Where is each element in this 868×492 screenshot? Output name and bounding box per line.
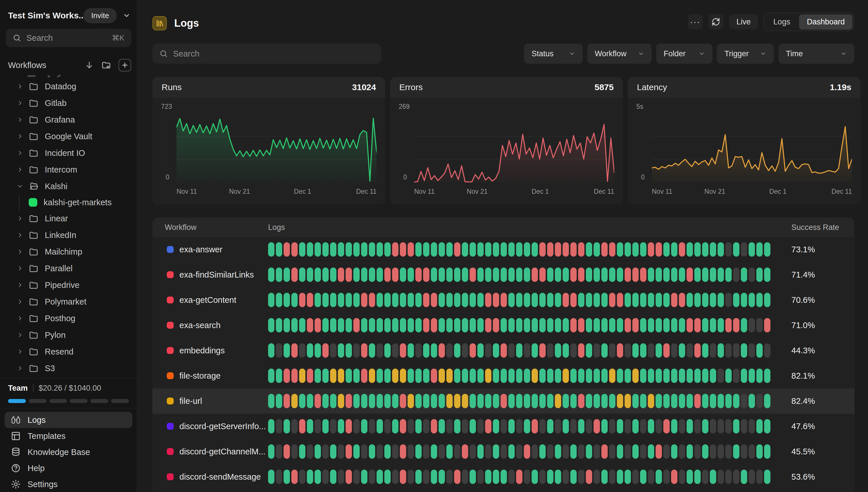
log-pill[interactable] <box>377 268 383 282</box>
log-pill[interactable] <box>679 343 685 358</box>
log-pill[interactable] <box>655 394 662 408</box>
log-pill[interactable] <box>291 343 298 358</box>
log-pill[interactable] <box>563 268 569 282</box>
toggle-option-logs[interactable]: Logs <box>766 14 798 29</box>
log-pill[interactable] <box>601 419 607 434</box>
log-pill[interactable] <box>361 470 367 484</box>
log-pill[interactable] <box>547 419 553 434</box>
log-pill[interactable] <box>291 242 298 256</box>
log-pill[interactable] <box>718 394 724 408</box>
log-pill[interactable] <box>524 369 530 383</box>
log-pill[interactable] <box>749 444 755 459</box>
log-pill[interactable] <box>392 419 398 434</box>
log-pill[interactable] <box>353 242 359 256</box>
log-pill[interactable] <box>377 369 383 383</box>
log-pill[interactable] <box>392 369 398 383</box>
log-pill[interactable] <box>377 394 383 408</box>
log-pill[interactable] <box>315 268 321 282</box>
log-pill[interactable] <box>749 470 755 484</box>
log-pill[interactable] <box>640 268 646 282</box>
log-pill[interactable] <box>454 394 461 408</box>
log-pill[interactable] <box>586 343 592 358</box>
sidebar-folder-intercom[interactable]: Intercom <box>0 161 137 178</box>
log-pill[interactable] <box>276 394 282 408</box>
log-pill[interactable] <box>423 369 429 383</box>
log-pill[interactable] <box>648 268 654 282</box>
chevron-right-icon[interactable] <box>17 281 24 289</box>
filter-dropdown-folder[interactable]: Folder <box>656 44 713 64</box>
log-pill[interactable] <box>322 394 329 408</box>
log-pill[interactable] <box>655 419 662 434</box>
log-pill[interactable] <box>361 369 367 383</box>
log-pill[interactable] <box>369 444 375 459</box>
log-pill[interactable] <box>648 394 654 408</box>
log-pill[interactable] <box>594 369 600 383</box>
log-pill[interactable] <box>764 470 770 484</box>
log-pill[interactable] <box>315 470 321 484</box>
log-pill[interactable] <box>307 343 313 358</box>
log-pill[interactable] <box>539 394 546 408</box>
log-pill[interactable] <box>601 394 607 408</box>
sidebar-folder-pipedrive[interactable]: Pipedrive <box>0 277 137 293</box>
log-pill[interactable] <box>330 369 337 383</box>
log-pill[interactable] <box>633 394 639 408</box>
log-pill[interactable] <box>385 369 391 383</box>
log-pill[interactable] <box>741 268 747 282</box>
log-pill[interactable] <box>338 268 344 282</box>
log-pill[interactable] <box>625 394 631 408</box>
log-pill[interactable] <box>291 419 298 434</box>
log-pill[interactable] <box>516 242 522 256</box>
log-pill[interactable] <box>555 419 561 434</box>
log-pill[interactable] <box>702 394 709 408</box>
log-pill[interactable] <box>407 369 414 383</box>
log-pill[interactable] <box>733 318 739 333</box>
log-pill[interactable] <box>369 394 375 408</box>
log-pill[interactable] <box>392 318 398 333</box>
log-pill[interactable] <box>501 268 507 282</box>
table-row-file-storage[interactable]: file-storage82.1% <box>152 363 854 388</box>
toggle-option-dashboard[interactable]: Dashboard <box>799 14 852 29</box>
log-pill[interactable] <box>539 444 546 459</box>
log-pill[interactable] <box>640 470 646 484</box>
log-pill[interactable] <box>369 419 375 434</box>
log-pill[interactable] <box>694 293 701 307</box>
log-pill[interactable] <box>710 268 716 282</box>
log-pill[interactable] <box>493 343 499 358</box>
log-pill[interactable] <box>423 444 429 459</box>
log-pill[interactable] <box>687 242 693 256</box>
log-pill[interactable] <box>601 470 607 484</box>
log-pill[interactable] <box>330 293 337 307</box>
log-pill[interactable] <box>315 419 321 434</box>
log-pill[interactable] <box>555 293 561 307</box>
log-pill[interactable] <box>702 444 709 459</box>
log-pill[interactable] <box>741 444 747 459</box>
log-pill[interactable] <box>555 343 561 358</box>
log-pill[interactable] <box>663 394 670 408</box>
more-options-button[interactable]: ··· <box>688 14 703 29</box>
log-pill[interactable] <box>563 242 569 256</box>
log-pill[interactable] <box>625 369 631 383</box>
log-pill[interactable] <box>539 293 546 307</box>
log-pill[interactable] <box>764 369 770 383</box>
log-pill[interactable] <box>431 268 437 282</box>
sort-arrow-down-icon[interactable] <box>85 60 94 70</box>
log-pill[interactable] <box>764 242 770 256</box>
log-pill[interactable] <box>361 318 367 333</box>
chevron-right-icon[interactable] <box>17 83 24 90</box>
log-pill[interactable] <box>547 343 553 358</box>
sidebar-folder-parallel[interactable]: Parallel <box>0 260 137 277</box>
log-pill[interactable] <box>663 470 670 484</box>
log-pill[interactable] <box>710 242 716 256</box>
log-pill[interactable] <box>702 369 709 383</box>
log-pill[interactable] <box>415 343 422 358</box>
sidebar-folder-polymarket[interactable]: Polymarket <box>0 293 137 310</box>
log-pill[interactable] <box>268 444 274 459</box>
log-pill[interactable] <box>338 470 344 484</box>
log-pill[interactable] <box>749 318 755 333</box>
log-pill[interactable] <box>586 318 592 333</box>
log-pill[interactable] <box>415 369 422 383</box>
live-button[interactable]: Live <box>729 14 758 29</box>
chevron-right-icon[interactable] <box>17 150 24 156</box>
log-pill[interactable] <box>655 343 662 358</box>
log-pill[interactable] <box>710 343 716 358</box>
